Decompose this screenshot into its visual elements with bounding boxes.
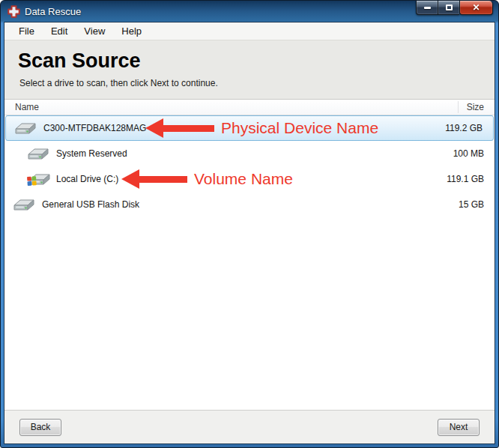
minimize-button[interactable] bbox=[416, 1, 438, 15]
drive-row-system-reserved[interactable]: System Reserved 100 MB bbox=[4, 141, 495, 166]
column-header-name[interactable]: Name bbox=[4, 102, 467, 112]
hard-drive-icon bbox=[13, 119, 37, 137]
title-bar[interactable]: Data Rescue ✕ bbox=[1, 1, 498, 22]
hard-drive-icon bbox=[26, 145, 50, 163]
drive-size: 119.2 GB bbox=[445, 123, 493, 133]
windows-drive-icon bbox=[26, 170, 50, 188]
drive-size: 100 MB bbox=[453, 148, 495, 159]
drive-name: Local Drive (C:) bbox=[56, 174, 447, 184]
page-title: Scan Source bbox=[18, 49, 495, 73]
app-window: Data Rescue ✕ File Edit View Help Scan S… bbox=[0, 0, 499, 448]
footer-bar: Back Next bbox=[4, 410, 495, 444]
drive-size: 15 GB bbox=[459, 199, 495, 210]
drive-name: System Reserved bbox=[56, 148, 453, 159]
hard-drive-icon bbox=[12, 196, 36, 214]
maximize-button[interactable] bbox=[438, 1, 459, 15]
drive-name: C300-MTFDBAK128MAG bbox=[43, 123, 445, 133]
close-button[interactable]: ✕ bbox=[459, 1, 493, 15]
menu-help[interactable]: Help bbox=[113, 23, 150, 39]
drive-size: 119.1 GB bbox=[447, 174, 495, 184]
app-logo-cross-icon bbox=[7, 5, 20, 18]
page-header: Scan Source Select a drive to scan, then… bbox=[4, 40, 495, 100]
column-divider bbox=[458, 101, 459, 113]
menu-edit[interactable]: Edit bbox=[43, 23, 76, 39]
next-button[interactable]: Next bbox=[438, 419, 480, 436]
column-header-size[interactable]: Size bbox=[467, 102, 495, 112]
window-content: File Edit View Help Scan Source Select a… bbox=[4, 22, 495, 444]
page-subtitle: Select a drive to scan, then click Next … bbox=[19, 78, 495, 88]
drive-name: General USB Flash Disk bbox=[42, 199, 459, 210]
caption-button-group: ✕ bbox=[416, 1, 493, 15]
list-column-header: Name Size bbox=[4, 100, 495, 115]
drive-row-physical-device[interactable]: C300-MTFDBAK128MAG 119.2 GB bbox=[5, 115, 494, 141]
drive-row-local-drive-c[interactable]: Local Drive (C:) 119.1 GB bbox=[4, 166, 495, 192]
menu-bar: File Edit View Help bbox=[4, 22, 495, 40]
menu-view[interactable]: View bbox=[76, 23, 113, 39]
drive-row-usb-flash-disk[interactable]: General USB Flash Disk 15 GB bbox=[4, 192, 495, 217]
drive-list: C300-MTFDBAK128MAG 119.2 GB System Reser… bbox=[4, 115, 495, 410]
close-icon: ✕ bbox=[472, 3, 480, 12]
menu-file[interactable]: File bbox=[10, 23, 43, 39]
back-button[interactable]: Back bbox=[19, 419, 61, 436]
window-title: Data Rescue bbox=[25, 6, 81, 17]
minimize-icon bbox=[424, 7, 431, 9]
maximize-icon bbox=[446, 4, 453, 10]
